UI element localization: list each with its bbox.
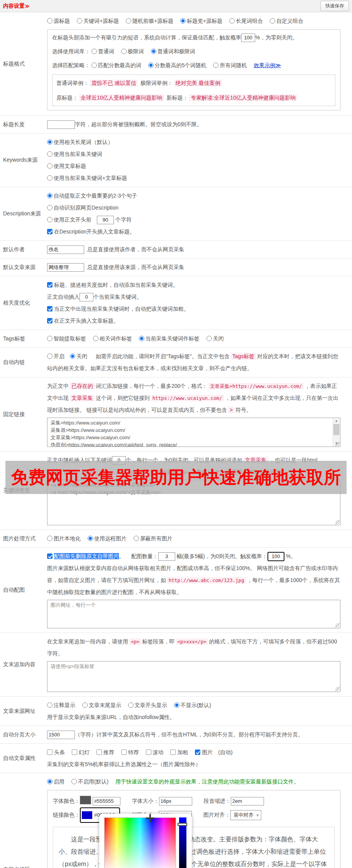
font-size-input[interactable]: 16px <box>159 797 192 805</box>
checkbox-icon[interactable] <box>47 750 52 755</box>
radio-icon[interactable] <box>47 139 52 145</box>
radio-option-selected[interactable]: 自动提取正文中最重要的2-3个句子 <box>47 190 137 202</box>
image-count-input[interactable]: 3 <box>158 552 175 561</box>
checkbox-option-checked[interactable]: 在Description开头插入文章标题。 <box>47 226 135 238</box>
radio-option[interactable]: 注释显示 <box>47 699 75 711</box>
checkbox-option-checked[interactable]: 配图前先删除原文自带图片。 <box>47 550 124 562</box>
radio-option[interactable]: 文章开头显示 <box>128 699 167 711</box>
radio-option[interactable]: 关键词+源标题 <box>77 15 119 27</box>
radio-icon[interactable] <box>47 205 52 210</box>
radio-option[interactable]: 使用当前采集关键词 <box>47 148 102 160</box>
radio-option[interactable]: 使用正文开头前 <box>47 214 91 226</box>
radio-icon[interactable] <box>47 217 52 222</box>
font-color-swatch[interactable] <box>80 796 91 804</box>
pagination-size-input[interactable]: 1500 <box>47 731 75 739</box>
radio-icon[interactable] <box>126 18 131 24</box>
checkbox-icon[interactable] <box>47 553 52 559</box>
radio-option[interactable]: 使用当前采集关键词+文章标题 <box>47 172 127 184</box>
radio-icon[interactable] <box>91 63 97 68</box>
radio-option[interactable]: 普通词 <box>91 44 114 58</box>
radio-option-selected[interactable]: 不显示(默认) <box>174 699 211 711</box>
radio-icon[interactable] <box>70 354 75 359</box>
image-probability-input[interactable]: 100 <box>267 552 284 561</box>
checkbox-option[interactable]: 头条 <box>47 746 65 758</box>
radio-option[interactable]: 匹配分数最高的词 <box>91 58 141 72</box>
checkbox-option-checked[interactable]: 标题、描述相关度低时，自动添加当前采集关键词。 <box>47 279 178 291</box>
radio-option[interactable]: 屏蔽所有图片 <box>134 533 173 545</box>
radio-option-selected[interactable]: 普通词和极限词 <box>151 44 195 58</box>
scrollbar-thumb[interactable] <box>333 424 339 435</box>
crosshair-cursor-icon[interactable] <box>146 814 154 822</box>
checkbox-option[interactable]: 特荐 <box>121 746 139 758</box>
radio-icon[interactable] <box>270 18 275 24</box>
radio-icon[interactable] <box>180 18 186 24</box>
checkbox-icon[interactable] <box>47 318 52 323</box>
radio-option[interactable]: 不启用(默认) <box>71 776 108 788</box>
radio-icon[interactable] <box>148 63 154 68</box>
radio-icon[interactable] <box>93 336 98 341</box>
checkbox-option[interactable]: 滚动 <box>146 746 164 758</box>
radio-icon[interactable] <box>47 151 52 157</box>
checkbox-icon[interactable] <box>170 750 176 755</box>
image-urls-textarea[interactable]: 图片网址，每行一个 <box>47 600 340 628</box>
effect-example-link[interactable]: 效果示例≫ <box>254 62 281 68</box>
radio-option[interactable]: 文章末尾显示 <box>82 699 121 711</box>
color-gradient-area[interactable] <box>104 817 176 868</box>
checkbox-icon[interactable] <box>47 229 52 234</box>
checkbox-icon[interactable] <box>121 750 127 755</box>
checkbox-icon[interactable] <box>195 750 200 755</box>
radio-icon[interactable] <box>82 702 88 708</box>
resize-grip[interactable] <box>335 623 340 628</box>
radio-option[interactable]: 关闭 <box>206 333 224 345</box>
insert-count-input[interactable]: 0 <box>80 293 93 301</box>
radio-option[interactable]: 开启 <box>47 350 64 362</box>
radio-option-selected[interactable]: 分数最高的5个词随机 <box>148 58 206 72</box>
radio-icon[interactable] <box>139 336 144 341</box>
radio-option-selected[interactable]: 使用远程图片 <box>88 533 127 545</box>
radio-option[interactable]: 使用文章标题 <box>47 160 86 172</box>
default-source-input[interactable]: 网络整理 <box>47 263 84 272</box>
fixed-links-textarea[interactable]: 采集>https://www.ucaiyun.com/ 采集器>https://… <box>47 418 340 447</box>
radio-option[interactable]: 长尾词组合 <box>229 15 263 27</box>
probability-input[interactable]: 100 <box>241 34 255 42</box>
keyword-density-textarea[interactable]: <a href='https://www.ucaiyun.com/'>采集器</… <box>47 480 340 525</box>
radio-option[interactable]: 图片本地化 <box>47 533 81 545</box>
radio-icon[interactable] <box>134 536 139 541</box>
radio-icon[interactable] <box>91 49 97 54</box>
checkbox-option[interactable]: 幻灯 <box>72 746 90 758</box>
radio-option[interactable]: 自动识别原网页Description <box>47 202 118 214</box>
radio-option[interactable]: 极限词 <box>121 44 144 58</box>
radio-option[interactable]: 所有词随机 <box>213 58 247 72</box>
radio-option[interactable]: 相关词作标签 <box>93 333 132 345</box>
radio-option-selected[interactable]: 使用相关长尾词（默认） <box>47 136 113 148</box>
checkbox-option-checked[interactable]: 当正文中出现当前采集关键词时，自动把该关键词加粗。 <box>47 303 189 315</box>
checkbox-icon[interactable] <box>47 306 52 311</box>
radio-icon[interactable] <box>47 779 52 784</box>
checkbox-option-checked[interactable]: 图片 <box>195 746 213 758</box>
keyword-count-input[interactable]: 0 <box>112 456 126 465</box>
radio-icon[interactable] <box>213 63 218 68</box>
font-color-input[interactable]: #555555 <box>93 797 120 805</box>
radio-icon[interactable] <box>47 175 52 181</box>
brightness-slider[interactable] <box>179 817 186 868</box>
checkbox-option-checked[interactable]: 在正文开头插入文章标题。 <box>47 315 119 327</box>
radio-icon[interactable] <box>47 702 52 708</box>
checkbox-icon[interactable] <box>72 750 77 755</box>
checkbox-option[interactable]: 加粗 <box>170 746 188 758</box>
checkbox-icon[interactable] <box>146 750 151 755</box>
radio-icon[interactable] <box>47 163 52 169</box>
radio-option-selected[interactable]: 当前采集关键词作标签 <box>139 333 200 345</box>
radio-icon[interactable] <box>206 336 212 341</box>
radio-option-selected[interactable]: 标题党+源标题 <box>180 15 222 27</box>
radio-option[interactable]: 智能提取标签 <box>47 333 86 345</box>
link-color-swatch[interactable] <box>82 811 92 819</box>
title-length-input[interactable] <box>47 120 75 129</box>
radio-option[interactable]: 自定义组合 <box>270 15 303 27</box>
checkbox-option[interactable]: 推荐 <box>96 746 114 758</box>
checkbox-icon[interactable] <box>96 750 102 755</box>
quick-save-button[interactable]: 快速保存 <box>320 1 349 11</box>
radio-option[interactable]: 随机前缀+源标题 <box>126 15 173 27</box>
section-title[interactable]: 内容设置≫ <box>3 3 30 10</box>
radio-icon[interactable] <box>47 536 52 541</box>
default-author-input[interactable]: 佚名 <box>47 245 84 254</box>
